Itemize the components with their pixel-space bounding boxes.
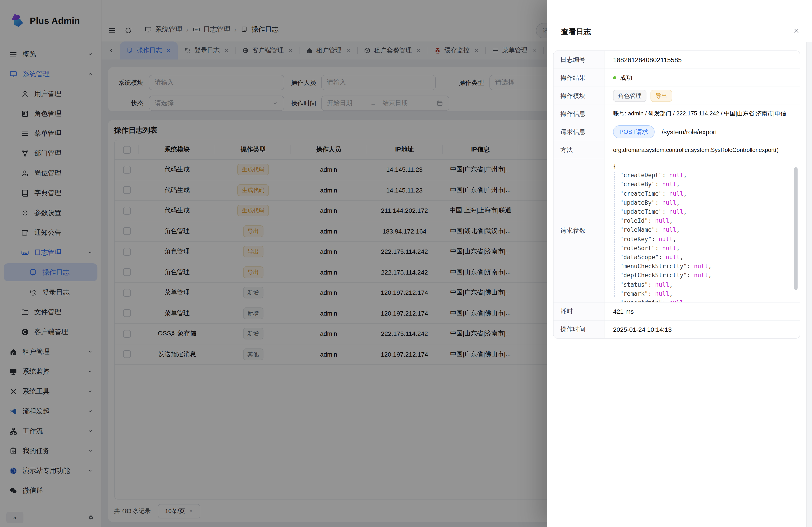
detail-label: 日志编号: [553, 51, 605, 69]
result-text: 成功: [620, 74, 633, 82]
detail-row-op-time: 操作时间 2025-01-24 10:14:13: [553, 320, 800, 338]
request-value: POST请求 /system/role/export: [605, 123, 800, 141]
indent-guide: [614, 172, 615, 297]
detail-row-module: 操作模块 角色管理 导出: [553, 87, 800, 105]
log-detail-table: 日志编号 1882612840802115585 操作结果 成功 操作模块 角色…: [553, 50, 800, 338]
method-value: org.dromara.system.controller.system.Sys…: [605, 141, 800, 159]
app-window: Plus Admin 概览 系统管理 用户管理 角色管理 菜单管理 部门管理 岗…: [0, 0, 812, 527]
duration-value: 421 ms: [605, 302, 800, 320]
module-tags: 角色管理 导出: [605, 87, 800, 105]
detail-label: 操作信息: [553, 105, 605, 123]
request-url: /system/role/export: [662, 128, 717, 135]
json-line: "createDept": null,: [620, 171, 792, 180]
json-line: "roleKey": null,: [620, 235, 792, 244]
detail-label: 操作结果: [553, 69, 605, 87]
detail-label: 请求参数: [553, 159, 605, 302]
json-line: "updateTime": null,: [620, 207, 792, 216]
op-time-value: 2025-01-24 10:14:13: [605, 320, 800, 338]
detail-label: 方法: [553, 141, 605, 159]
json-line: "superAdmin": null,: [620, 298, 792, 302]
json-line: "roleId": null,: [620, 216, 792, 225]
json-line: "status": null,: [620, 280, 792, 289]
json-line: "updateBy": null,: [620, 198, 792, 207]
log-id-value: 1882612840802115585: [605, 51, 800, 69]
detail-row-duration: 耗时 421 ms: [553, 302, 800, 320]
module-tag: 角色管理: [613, 90, 647, 102]
json-line: "menuCheckStrictly": null,: [620, 262, 792, 271]
json-line: "createTime": null,: [620, 189, 792, 198]
success-dot-icon: [613, 76, 616, 79]
drawer-scrollbar-track[interactable]: [806, 42, 812, 527]
op-info-value: 账号: admin / 研发部门 / 222.175.114.242 / 中国|…: [605, 105, 800, 123]
json-line: "roleName": null,: [620, 226, 792, 235]
request-params-json: {"createDept": null,"createBy": null,"cr…: [605, 159, 800, 302]
drawer-title: 查看日志: [561, 27, 591, 37]
post-method-badge: POST请求: [613, 125, 655, 138]
json-line: "roleSort": null,: [620, 244, 792, 253]
detail-label: 操作时间: [553, 320, 605, 338]
json-open-brace: {: [613, 162, 792, 171]
close-icon[interactable]: [793, 27, 800, 35]
json-line: "remark": null,: [620, 289, 792, 298]
detail-label: 耗时: [553, 302, 605, 320]
result-value: 成功: [605, 69, 800, 87]
detail-row-params: 请求参数 {"createDept": null,"createBy": nul…: [553, 159, 800, 302]
json-line: "deptCheckStrictly": null,: [620, 271, 792, 280]
detail-row-result: 操作结果 成功: [553, 69, 800, 87]
code-scrollbar-thumb[interactable]: [794, 167, 798, 290]
json-line: "createBy": null,: [620, 180, 792, 189]
detail-label: 操作模块: [553, 87, 605, 105]
detail-row-request: 请求信息 POST请求 /system/role/export: [553, 123, 800, 141]
action-tag: 导出: [651, 90, 672, 102]
json-line: "dataScope": null,: [620, 253, 792, 262]
drawer-header: 查看日志: [547, 0, 812, 42]
detail-row-log-id: 日志编号 1882612840802115585: [553, 51, 800, 69]
view-log-drawer: 查看日志 日志编号 1882612840802115585 操作结果 成功 操作…: [547, 0, 812, 527]
detail-row-method: 方法 org.dromara.system.controller.system.…: [553, 141, 800, 159]
detail-row-op-info: 操作信息 账号: admin / 研发部门 / 222.175.114.242 …: [553, 105, 800, 123]
detail-label: 请求信息: [553, 123, 605, 141]
